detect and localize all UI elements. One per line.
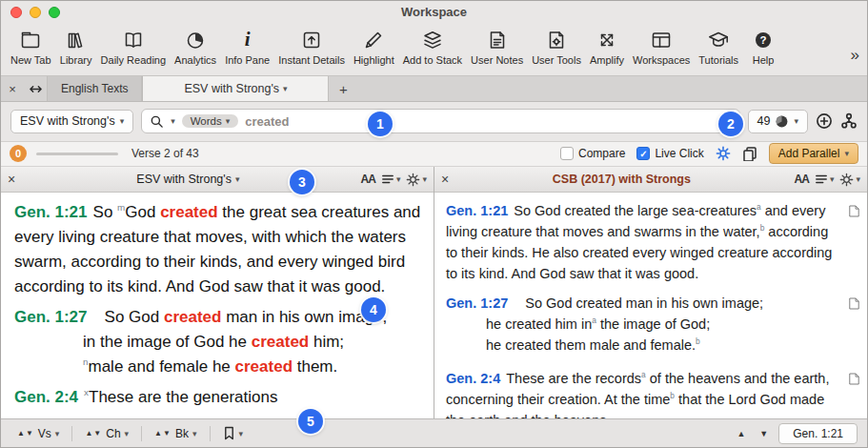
pane-csb: × CSB (2017) with Strongs AA ▾ ▾ Gen. 1:… <box>434 167 867 418</box>
search-mode-tag[interactable]: Words ▾ <box>182 114 239 128</box>
toolbar-workspaces[interactable]: Workspaces <box>633 27 690 66</box>
live-click-gear-icon[interactable] <box>716 146 731 161</box>
toolbar-analytics[interactable]: Analytics <box>174 27 216 66</box>
text-size-control[interactable]: AA <box>361 173 375 186</box>
compare-checkbox[interactable] <box>560 147 574 160</box>
toolbar-tutorials[interactable]: Tutorials <box>698 27 738 66</box>
close-window-button[interactable] <box>10 7 22 18</box>
previous-verse-button[interactable]: ▲ <box>733 427 749 440</box>
verse-position-label: Verse 2 of 43 <box>131 147 199 160</box>
user-note-icon[interactable] <box>849 370 859 391</box>
add-search-icon[interactable] <box>816 112 833 130</box>
display-settings-icon[interactable]: ▾ <box>381 173 401 186</box>
toolbar-user-tools[interactable]: User Tools <box>532 27 581 66</box>
gear-icon[interactable]: ▾ <box>839 173 860 187</box>
toolbar-amplify[interactable]: Amplify <box>590 27 624 66</box>
search-hit: created <box>252 333 309 351</box>
toolbar-add-to-stack[interactable]: Add to Stack <box>403 27 462 66</box>
pane-title-csb[interactable]: CSB (2017) with Strongs <box>454 173 788 186</box>
verse-ref[interactable]: Gen. 1:21 <box>14 203 88 221</box>
toolbar-library[interactable]: Library <box>60 27 92 66</box>
nav-label: Ch <box>106 427 120 440</box>
chevron-down-icon[interactable]: ▾ <box>171 116 175 126</box>
hits-slider-track[interactable] <box>36 153 118 155</box>
pane-header-esv: × ESV with Strong's ▾ AA ▾ ▾ <box>1 167 434 193</box>
stack-layers-icon <box>421 27 444 53</box>
search-icon <box>150 114 164 129</box>
hits-graph-button[interactable]: 49 ▾ <box>748 110 808 133</box>
expand-tabs-icon[interactable] <box>24 76 47 101</box>
research-tree-icon[interactable] <box>840 112 858 130</box>
workspaces-grid-icon <box>650 27 673 53</box>
toolbar-help[interactable]: ? Help <box>747 27 779 66</box>
chevron-down-icon: ▾ <box>844 149 849 158</box>
divider <box>210 426 211 441</box>
verse-text: he created him in <box>486 316 592 332</box>
compare-checkbox-group[interactable]: Compare <box>560 147 625 160</box>
tab-esv-with-strongs[interactable]: ESV with Strong's ▾ <box>142 76 329 101</box>
hits-slider-handle[interactable]: 0 <box>10 145 27 162</box>
close-tab-group-icon[interactable]: × <box>1 76 24 101</box>
verse-text: These are the records <box>506 371 641 386</box>
verse-text: So God <box>105 308 164 326</box>
bottom-navigation-bar: ▲▼ Vs ▾ ▲▼ Ch ▾ ▲▼ Bk ▾ ▾ ▲ ▼ Gen. 1:21 <box>1 418 867 447</box>
user-note-icon[interactable] <box>849 295 859 316</box>
current-reference-box[interactable]: Gen. 1:21 <box>778 423 858 444</box>
bookmark-button[interactable]: ▾ <box>216 424 251 442</box>
verse-text: So God created the large sea-creatures <box>514 203 757 218</box>
verse-ref[interactable]: Gen. 1:21 <box>446 203 508 218</box>
next-verse-button[interactable]: ▼ <box>756 427 772 440</box>
verse-text: These are the generations <box>89 388 277 406</box>
toolbar-label: Add to Stack <box>403 54 462 66</box>
verse-ref[interactable]: Gen. 1:27 <box>14 308 88 326</box>
add-parallel-button[interactable]: Add Parallel ▾ <box>769 143 858 164</box>
toolbar-new-tab[interactable]: New Tab <box>10 27 51 66</box>
toolbar-highlight[interactable]: Highlight <box>353 27 394 66</box>
live-click-checkbox-group[interactable]: ✓ Live Click <box>636 147 703 160</box>
toolbar-daily-reading[interactable]: Daily Reading <box>101 27 166 66</box>
verse-nav-button[interactable]: ▲▼ Vs ▾ <box>10 425 66 442</box>
pane-content-esv[interactable]: Gen. 1:21So mGod created the great sea c… <box>1 193 434 418</box>
search-hit: created <box>160 203 217 221</box>
graduation-cap-icon <box>707 27 730 53</box>
display-settings-icon[interactable]: ▾ <box>815 173 835 186</box>
toolbar-label: Instant Details <box>278 54 345 66</box>
verse-ref[interactable]: Gen. 2:4 <box>14 388 78 406</box>
chapter-nav-button[interactable]: ▲▼ Ch ▾ <box>78 425 135 442</box>
toolbar-overflow-chevron[interactable]: » <box>851 36 859 65</box>
book-nav-button[interactable]: ▲▼ Bk ▾ <box>148 425 203 442</box>
zoom-window-button[interactable] <box>49 7 60 18</box>
close-pane-icon[interactable]: × <box>8 173 15 186</box>
live-click-checkbox[interactable]: ✓ <box>636 147 650 160</box>
close-pane-icon[interactable]: × <box>441 173 449 186</box>
duplicate-pane-icon[interactable] <box>742 146 757 161</box>
gear-icon[interactable]: ▾ <box>406 173 427 187</box>
verse-ref[interactable]: Gen. 1:27 <box>446 295 508 311</box>
tab-english-texts[interactable]: English Texts <box>47 76 142 101</box>
pane-title-label: CSB (2017) with Strongs <box>553 173 691 186</box>
minimize-window-button[interactable] <box>30 7 41 18</box>
window-title: Workspace <box>401 5 467 19</box>
chevron-down-icon: ▾ <box>55 429 60 438</box>
verse: Gen. 1:21So mGod created the great sea c… <box>14 200 422 299</box>
bookmark-icon <box>223 426 235 440</box>
chevron-down-icon: ▾ <box>830 174 835 184</box>
add-tab-button[interactable]: + <box>329 76 357 101</box>
highlight-pen-icon <box>362 27 385 53</box>
pie-chart-icon <box>184 27 207 53</box>
text-size-control[interactable]: AA <box>795 173 809 186</box>
toolbar-instant-details[interactable]: Instant Details <box>278 27 345 66</box>
search-scope-dropdown[interactable]: ESV with Strong's ▾ <box>10 110 133 133</box>
up-down-triangles-icon: ▲▼ <box>85 429 102 438</box>
toolbar-info-pane[interactable]: i Info Pane <box>225 27 270 66</box>
verse: Gen. 2:4xThese are the generations <box>14 385 422 410</box>
toolbar-user-notes[interactable]: User Notes <box>471 27 523 66</box>
pane-title-label: ESV with Strong's <box>136 173 232 186</box>
pane-title-esv[interactable]: ESV with Strong's ▾ <box>21 173 354 186</box>
pane-content-csb[interactable]: Gen. 1:21So God created the large sea-cr… <box>434 193 867 418</box>
compare-label: Compare <box>578 147 625 160</box>
search-input[interactable]: ▾ Words ▾ created <box>141 109 739 133</box>
verse: Gen. 2:4These are the recordsa of the he… <box>446 368 838 418</box>
verse-ref[interactable]: Gen. 2:4 <box>446 371 500 386</box>
user-note-icon[interactable] <box>849 202 859 223</box>
